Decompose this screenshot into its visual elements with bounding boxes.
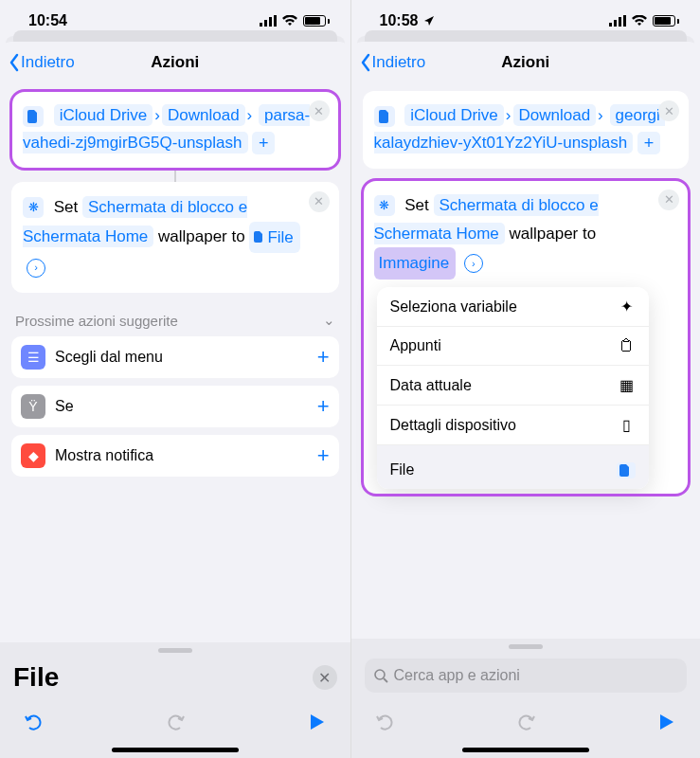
file-icon (617, 462, 636, 478)
svg-line-9 (384, 678, 387, 682)
grab-handle-icon[interactable] (158, 648, 192, 653)
nav-title: Azioni (0, 53, 350, 72)
home-indicator[interactable] (462, 748, 589, 752)
battery-icon: 74 (653, 15, 679, 27)
wallpaper-param[interactable]: Immagine (374, 247, 457, 280)
path-folder[interactable]: Download (162, 104, 245, 126)
popover-row[interactable]: Dettagli dispositivo▯ (377, 406, 650, 445)
toolbar (0, 700, 350, 744)
bell-icon: ◆ (21, 443, 45, 468)
clipboard-icon: 📋︎ (617, 337, 636, 354)
svg-rect-3 (274, 15, 277, 27)
run-button[interactable] (303, 709, 330, 735)
popover-row[interactable]: Seleziona variabile✦ (377, 287, 650, 327)
set-wallpaper-card[interactable]: ✕ ❋ Set Schermata di blocco e Schermata … (11, 182, 339, 293)
redo-button (162, 709, 188, 735)
close-icon[interactable]: ✕ (309, 191, 330, 212)
chevron-icon: › (153, 106, 162, 124)
chevron-icon: › (245, 106, 255, 124)
path-folder[interactable]: Download (513, 104, 597, 126)
svg-rect-0 (260, 23, 262, 27)
toolbar (351, 700, 701, 744)
menu-icon: ☰ (21, 345, 45, 370)
bottom-sheet[interactable]: File ✕ (0, 642, 350, 758)
cellular-icon (609, 15, 626, 27)
chevron-down-icon: ⌄ (323, 312, 335, 329)
svg-rect-7 (623, 15, 626, 27)
path-drive[interactable]: iCloud Drive (54, 104, 153, 126)
nav-title: Azioni (351, 53, 701, 72)
suggestion-label: Mostra notifica (55, 447, 153, 464)
suggestion-row[interactable]: + (363, 491, 690, 532)
suggestion-row[interactable]: Ÿ Se + (11, 386, 339, 427)
svg-rect-2 (269, 17, 272, 27)
svg-rect-6 (619, 17, 621, 27)
svg-point-8 (375, 670, 385, 679)
suggestion-label: Se (55, 398, 74, 415)
left-screenshot: 10:54 75 Indietro Azioni ✕ iCloud Drive›… (0, 0, 350, 758)
set-wallpaper-card[interactable]: ✕ ❋ Set Schermata di blocco e Schermata … (363, 180, 690, 495)
add-icon[interactable]: + (667, 499, 679, 524)
status-time: 10:58 (380, 12, 419, 29)
undo-button (372, 709, 399, 735)
add-icon[interactable]: + (317, 443, 330, 468)
nav-bar: Indietro Azioni (0, 42, 350, 83)
add-path-button[interactable]: + (252, 132, 275, 154)
connector-line (174, 169, 176, 182)
wallpaper-icon: ❋ (374, 195, 395, 216)
file-icon (374, 106, 395, 127)
svg-rect-1 (264, 20, 267, 27)
wallpaper-param[interactable]: File (249, 222, 299, 254)
suggestion-row[interactable]: ☰ Scegli dal menu + (11, 336, 339, 378)
add-path-button[interactable]: + (637, 132, 660, 154)
expand-icon[interactable]: › (27, 259, 45, 278)
expand-icon[interactable]: › (464, 254, 483, 273)
cellular-icon (260, 15, 277, 27)
set-word: Set (404, 196, 429, 214)
search-icon (374, 669, 388, 683)
variable-popover: Seleziona variabile✦ Appunti📋︎ Data attu… (377, 287, 650, 489)
nav-bar: Indietro Azioni (351, 42, 701, 83)
suggestions-section: Prossime azioni suggerite ⌄ ☰ Scegli dal… (11, 304, 339, 477)
wallpaper-to-label: wallpaper to (158, 227, 245, 245)
file-path-card[interactable]: ✕ iCloud Drive›Download› georgi-kalaydzh… (363, 91, 690, 169)
run-button[interactable] (653, 709, 679, 735)
close-icon[interactable]: ✕ (658, 190, 679, 210)
status-time: 10:54 (28, 12, 67, 29)
branch-icon: Ÿ (21, 394, 45, 419)
file-icon (23, 106, 44, 127)
popover-row[interactable]: Data attuale▦ (377, 366, 650, 406)
suggestions-header[interactable]: Prossime azioni suggerite ⌄ (11, 304, 339, 329)
wand-icon: ✦ (617, 298, 636, 316)
close-icon[interactable]: ✕ (309, 100, 330, 121)
grab-handle-icon[interactable] (509, 644, 543, 649)
file-path-card[interactable]: ✕ iCloud Drive›Download› parsa-vahedi-zj… (11, 91, 339, 169)
path-drive[interactable]: iCloud Drive (404, 104, 504, 126)
home-indicator[interactable] (112, 748, 239, 752)
undo-button[interactable] (21, 709, 47, 735)
wifi-icon (281, 15, 298, 27)
set-word: Set (54, 198, 79, 216)
wallpaper-icon: ❋ (23, 197, 44, 218)
battery-icon: 75 (303, 15, 330, 27)
popover-row[interactable]: File (377, 445, 650, 489)
right-screenshot: 10:58 74 Indietro Azioni ✕ iCloud Drive›… (350, 0, 701, 758)
phone-icon: ▯ (617, 416, 636, 434)
suggestion-row[interactable]: ◆ Mostra notifica + (11, 435, 339, 477)
search-input[interactable]: Cerca app e azioni (365, 659, 688, 693)
bottom-title: File (13, 662, 303, 693)
redo-button (512, 709, 539, 735)
calendar-icon: ▦ (617, 376, 636, 394)
add-icon[interactable]: + (317, 345, 330, 370)
close-icon[interactable]: ✕ (658, 100, 679, 121)
location-icon (423, 15, 435, 27)
clear-icon[interactable]: ✕ (313, 665, 337, 690)
wifi-icon (631, 15, 648, 27)
add-icon[interactable]: + (317, 394, 330, 419)
popover-row[interactable]: Appunti📋︎ (377, 327, 650, 366)
suggestion-label: Scegli dal menu (55, 349, 163, 366)
chevron-icon: › (504, 106, 513, 124)
bottom-sheet[interactable]: Cerca app e azioni (351, 639, 701, 758)
chevron-icon: › (596, 106, 605, 124)
svg-rect-5 (614, 20, 617, 27)
